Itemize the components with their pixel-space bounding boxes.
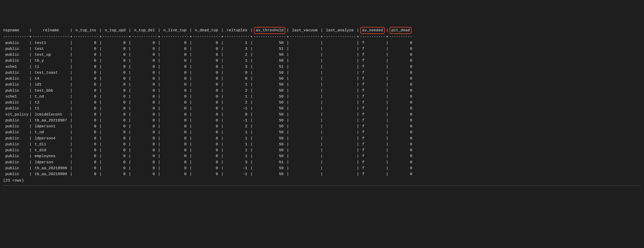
column-separator: | (29, 153, 32, 159)
cell-n_tup_ins: 0 (73, 94, 99, 100)
column-separator: | (189, 70, 193, 76)
column-separator: | (29, 165, 32, 171)
column-separator: | (220, 112, 224, 118)
cell-n_dead_tup: 0 (193, 159, 220, 165)
table-row: public | test_bbb | 0 | 0 | 0 | 0 | 0 | … (3, 88, 641, 94)
column-separator: | (385, 40, 389, 46)
column-separator: | (69, 118, 73, 123)
column-separator: | (320, 118, 324, 123)
column-separator: | (189, 147, 193, 153)
column-header-label: n_tup_del (134, 28, 155, 33)
column-separator: | (128, 46, 132, 52)
column-separator: | (29, 171, 32, 177)
table-row: public | t4 | 0 | 0 | 0 | 0 | 0 | 0 | 50… (3, 76, 641, 82)
column-separator: | (220, 40, 224, 46)
column-separator: | (320, 100, 324, 106)
column-separator: | (356, 159, 360, 165)
rule-dash: ------------ (193, 34, 220, 40)
cell-last_vacuum (290, 40, 320, 46)
cell-nspname: public (3, 171, 29, 177)
cell-last_vacuum (290, 165, 320, 171)
table-row: public | t3 | 0 | 0 | 0 | 0 | 0 | 2 | 50… (3, 100, 641, 106)
highlight-av_needed: av_needed (360, 27, 385, 34)
cell-n_tup_del: 0 (132, 100, 157, 106)
cell-av_needed: f (360, 112, 385, 118)
column-separator: | (250, 40, 253, 46)
cell-n_tup_upd: 0 (102, 64, 128, 70)
cell-nspname: public (3, 165, 29, 171)
cell-reltuples: 0 (224, 112, 250, 118)
table-row: public | id1 | 0 | 0 | 0 | 0 | 0 | 1 | 5… (3, 82, 641, 88)
column-separator: | (250, 70, 253, 76)
cell-av_needed: f (360, 153, 385, 159)
cell-av_threshold: 50 (253, 58, 286, 64)
column-separator: | (99, 82, 102, 88)
column-separator: | (29, 106, 32, 111)
column-header-last_analyze: last_analyze (324, 27, 356, 33)
cell-n_tup_upd: 0 (102, 94, 128, 100)
cell-n_tup_upd: 0 (102, 82, 128, 88)
column-separator: | (128, 123, 132, 129)
cell-reltuples: 3 (224, 159, 250, 165)
column-separator: | (157, 64, 161, 70)
cell-av_threshold: 50 (253, 40, 286, 46)
column-separator: | (189, 27, 193, 33)
column-separator: | (286, 141, 290, 147)
cell-n_dead_tup: 0 (193, 141, 220, 147)
table-row: public | tb_y | 0 | 0 | 0 | 0 | 0 | 1 | … (3, 58, 641, 64)
column-separator: | (69, 129, 73, 135)
cell-n_dead_tup: 0 (193, 82, 220, 88)
cell-n_tup_ins: 0 (73, 112, 99, 118)
cell-pct_dead: 0 (389, 165, 412, 171)
cell-last_vacuum (290, 171, 320, 177)
column-separator: | (320, 147, 324, 153)
cell-n_live_tup: 0 (161, 100, 189, 106)
column-separator: | (250, 106, 253, 111)
column-separator: | (128, 40, 132, 46)
column-separator: | (128, 94, 132, 100)
column-separator: | (189, 100, 193, 106)
column-separator: | (220, 106, 224, 111)
column-separator: | (250, 27, 253, 33)
column-separator: | (157, 123, 161, 129)
cell-n_live_tup: 0 (161, 52, 189, 58)
column-separator: | (99, 52, 102, 58)
column-separator: | (99, 70, 102, 76)
column-separator: | (220, 147, 224, 153)
column-separator: | (189, 52, 193, 58)
rule-dash: ---------- (389, 34, 412, 40)
column-separator: | (29, 147, 32, 153)
highlight-av_threshold: av_threshold (254, 27, 285, 34)
column-separator: | (286, 94, 290, 100)
rule-plus: + (99, 34, 102, 40)
column-separator: | (189, 106, 193, 111)
column-header-n_live_tup: n_live_tup (161, 27, 189, 33)
cell-last_vacuum (290, 136, 320, 141)
column-separator: | (128, 129, 132, 135)
table-row: public | tb_aa_20210907 | 0 | 0 | 0 | 0 … (3, 118, 641, 123)
cell-n_dead_tup: 0 (193, 106, 220, 111)
column-separator: | (69, 58, 73, 64)
column-separator: | (220, 171, 224, 177)
rule-plus: + (356, 34, 360, 40)
rule-plus: + (69, 34, 73, 40)
cell-last_vacuum (290, 52, 320, 58)
cell-av_threshold: 51 (253, 46, 286, 52)
cell-reltuples: 3 (224, 46, 250, 52)
column-separator: | (250, 64, 253, 70)
cell-n_dead_tup: 0 (193, 64, 220, 70)
cell-nspname: sche1 (3, 94, 29, 100)
column-header-label: n_live_tup (163, 28, 186, 33)
cell-n_tup_upd: 0 (102, 40, 128, 46)
cell-relname: tb_aa_20210908 (32, 165, 69, 171)
cell-nspname: public (3, 123, 29, 129)
rule-plus: + (189, 34, 193, 40)
cell-pct_dead: 0 (389, 136, 412, 141)
cell-av_needed: f (360, 94, 385, 100)
column-separator: | (385, 147, 389, 153)
column-separator: | (385, 52, 389, 58)
cell-av_needed: f (360, 58, 385, 64)
cell-last_analyze (324, 82, 356, 88)
cell-n_live_tup: 0 (161, 82, 189, 88)
column-separator: | (356, 141, 360, 147)
